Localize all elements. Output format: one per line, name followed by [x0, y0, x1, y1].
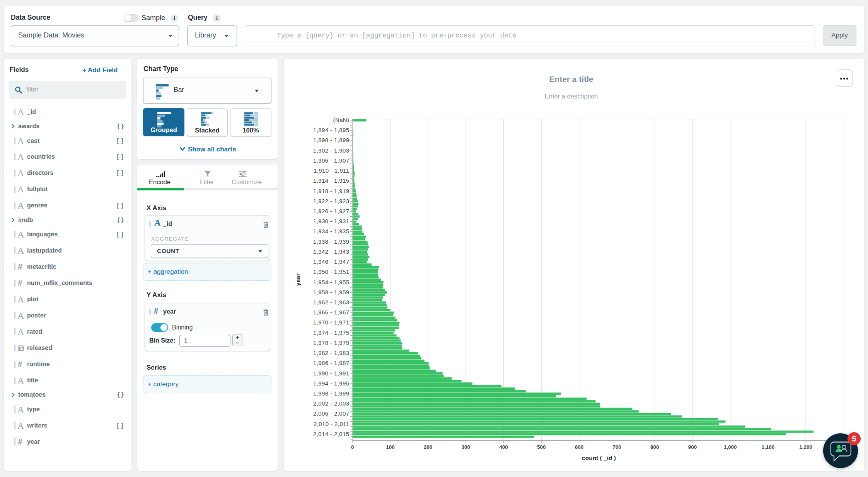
svg-text:1,902 - 1,903: 1,902 - 1,903 [313, 147, 350, 154]
svg-text:1,938 - 1,939: 1,938 - 1,939 [313, 238, 350, 245]
svg-text:0: 0 [351, 444, 354, 450]
svg-text:1,100: 1,100 [762, 444, 775, 450]
svg-text:1,966 - 1,967: 1,966 - 1,967 [313, 309, 350, 316]
svg-text:1,946 - 1,947: 1,946 - 1,947 [313, 258, 350, 265]
svg-text:400: 400 [499, 444, 508, 450]
svg-text:200: 200 [424, 444, 433, 450]
svg-text:1,930 - 1,931: 1,930 - 1,931 [313, 218, 350, 224]
svg-text:1,914 - 1,915: 1,914 - 1,915 [313, 177, 350, 184]
svg-text:100: 100 [386, 444, 395, 450]
svg-text:700: 700 [612, 444, 621, 450]
svg-text:1,942 - 1,943: 1,942 - 1,943 [313, 248, 350, 255]
svg-text:1,962 - 1,963: 1,962 - 1,963 [313, 299, 350, 306]
svg-text:800: 800 [650, 444, 659, 450]
svg-text:1,958 - 1,959: 1,958 - 1,959 [313, 289, 350, 295]
svg-text:1,906 - 1,907: 1,906 - 1,907 [313, 157, 350, 164]
svg-text:1,970 - 1,971: 1,970 - 1,971 [313, 319, 350, 326]
svg-text:1,918 - 1,919: 1,918 - 1,919 [313, 188, 350, 194]
svg-text:1,978 - 1,979: 1,978 - 1,979 [313, 340, 350, 346]
svg-text:1,986 - 1,987: 1,986 - 1,987 [313, 360, 350, 366]
svg-text:2,014 - 2,015: 2,014 - 2,015 [313, 431, 350, 437]
svg-text:1,200: 1,200 [799, 444, 812, 450]
svg-text:900: 900 [688, 444, 697, 450]
svg-text:1,934 - 1,935: 1,934 - 1,935 [313, 228, 350, 234]
svg-text:1,910 - 1,911: 1,910 - 1,911 [314, 167, 350, 174]
svg-text:1,994 - 1,995: 1,994 - 1,995 [313, 380, 350, 387]
svg-text:500: 500 [537, 444, 546, 450]
svg-text:1,954 - 1,955: 1,954 - 1,955 [313, 279, 350, 285]
svg-text:1,000: 1,000 [724, 444, 737, 450]
svg-text:1,974 - 1,975: 1,974 - 1,975 [313, 329, 350, 336]
svg-text:1,926 - 1,927: 1,926 - 1,927 [313, 208, 350, 214]
svg-text:600: 600 [575, 444, 584, 450]
svg-text:(NaN): (NaN) [333, 117, 350, 123]
svg-text:1,982 - 1,983: 1,982 - 1,983 [313, 350, 350, 356]
svg-text:count ( _id ): count ( _id ) [582, 455, 616, 461]
svg-text:1,894 - 1,895: 1,894 - 1,895 [313, 127, 350, 133]
svg-text:1,950 - 1,951: 1,950 - 1,951 [313, 268, 350, 275]
svg-text:1,990 - 1,991: 1,990 - 1,991 [313, 370, 350, 377]
svg-text:2,010 - 2,011: 2,010 - 2,011 [314, 421, 350, 427]
svg-text:1,898 - 1,899: 1,898 - 1,899 [313, 137, 350, 143]
svg-text:2,002 - 2,003: 2,002 - 2,003 [313, 400, 350, 407]
svg-text:1,998 - 1,999: 1,998 - 1,999 [313, 390, 350, 397]
svg-text:300: 300 [462, 444, 471, 450]
svg-text:1,922 - 1,923: 1,922 - 1,923 [313, 198, 350, 204]
svg-text:year: year [295, 273, 301, 286]
svg-text:2,006 - 2,007: 2,006 - 2,007 [313, 410, 350, 417]
